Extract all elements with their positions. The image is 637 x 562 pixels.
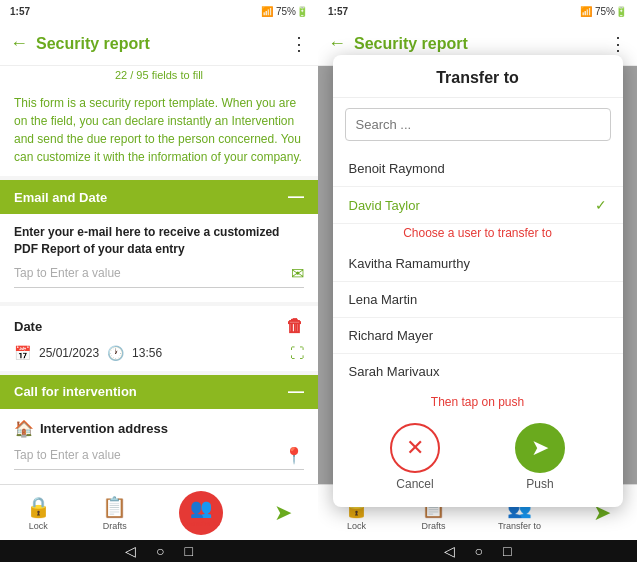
- email-placeholder[interactable]: Tap to Enter a value: [14, 266, 291, 280]
- battery-left: 📶 75%🔋: [261, 6, 308, 17]
- address-label: Intervention address: [40, 421, 168, 436]
- user-item-2[interactable]: Kavitha Ramamurthy: [333, 246, 623, 282]
- email-icon: ✉: [291, 264, 304, 283]
- scroll-content-left: This form is a security report template.…: [0, 84, 318, 484]
- intervention-section-header[interactable]: Call for intervention —: [0, 375, 318, 409]
- network-icons: 📶 75%🔋: [261, 6, 308, 17]
- modal-actions: ✕ Cancel ➤ Push: [333, 419, 623, 491]
- gesture-bar-left: ◁ ○ □: [0, 540, 318, 562]
- check-icon-1: ✓: [595, 197, 607, 213]
- transfer-modal: Transfer to Benoit Raymond David Taylor …: [333, 55, 623, 507]
- lock-label: Lock: [29, 521, 48, 531]
- user-item-4[interactable]: Richard Mayer: [333, 318, 623, 354]
- gesture-home[interactable]: ○: [156, 543, 164, 559]
- search-input[interactable]: [356, 117, 600, 132]
- user-name-2: Kavitha Ramamurthy: [349, 256, 470, 271]
- email-label: Enter your e-mail here to receive a cust…: [14, 224, 304, 258]
- user-name-4: Richard Mayer: [349, 328, 434, 343]
- location-icon: 📍: [284, 446, 304, 465]
- home-icon: 🏠: [14, 419, 34, 438]
- clock-icon: 🕐: [107, 345, 124, 361]
- push-circle[interactable]: ➤: [515, 423, 565, 473]
- time-left: 1:57: [10, 6, 30, 17]
- lock-icon: 🔒: [26, 495, 51, 519]
- cancel-label: Cancel: [396, 477, 433, 491]
- modal-search[interactable]: [345, 108, 611, 141]
- date-value[interactable]: 25/01/2023: [39, 346, 99, 360]
- user-item-0[interactable]: Benoit Raymond: [333, 151, 623, 187]
- modal-overlay: Transfer to Benoit Raymond David Taylor …: [318, 0, 637, 562]
- time-value[interactable]: 13:56: [132, 346, 162, 360]
- progress-text: 22 / 95 fields to fill: [0, 66, 318, 84]
- push-label: Push: [526, 477, 553, 491]
- intervention-section-title: Call for intervention: [14, 384, 137, 399]
- date-fields: 📅 25/01/2023 🕐 13:56 ⛶: [14, 345, 304, 361]
- user-name-5: Sarah Marivaux: [349, 364, 440, 379]
- user-list: Benoit Raymond David Taylor ✓ Choose a u…: [333, 151, 623, 389]
- nav-lock-left[interactable]: 🔒 Lock: [26, 495, 51, 531]
- modal-hint: Choose a user to transfer to: [333, 226, 623, 240]
- cancel-icon: ✕: [406, 435, 424, 461]
- drafts-icon: 📋: [102, 495, 127, 519]
- back-button-left[interactable]: ←: [10, 33, 28, 54]
- date-trash-icon[interactable]: 🗑: [286, 316, 304, 337]
- status-bar-left: 1:57 📶 75%🔋: [0, 0, 318, 22]
- nav-transfer-left[interactable]: 👥 Transfer to: [179, 491, 223, 535]
- drafts-label: Drafts: [103, 521, 127, 531]
- push-button[interactable]: ➤ Push: [515, 423, 565, 491]
- user-item-1[interactable]: David Taylor ✓: [333, 187, 623, 224]
- transfer-label: Transfer to: [182, 519, 220, 528]
- calendar-icon: 📅: [14, 345, 31, 361]
- date-label: Date 🗑: [14, 316, 304, 337]
- intervention-section-minus[interactable]: —: [288, 383, 304, 401]
- email-input-row[interactable]: Tap to Enter a value ✉: [14, 264, 304, 288]
- nav-drafts-left[interactable]: 📋 Drafts: [102, 495, 127, 531]
- gesture-back[interactable]: ◁: [125, 543, 136, 559]
- intro-section: This form is a security report template.…: [0, 84, 318, 176]
- email-section-title: Email and Date: [14, 190, 107, 205]
- transfer-icon: 👥: [190, 497, 212, 519]
- email-section-header[interactable]: Email and Date —: [0, 180, 318, 214]
- intervention-title: 🏠 Intervention address: [14, 419, 304, 438]
- page-title-left: Security report: [36, 35, 290, 53]
- date-label-text: Date: [14, 319, 42, 334]
- user-name-0: Benoit Raymond: [349, 161, 445, 176]
- transfer-circle[interactable]: 👥 Transfer to: [179, 491, 223, 535]
- header-left: ← Security report ⋮: [0, 22, 318, 66]
- modal-title: Transfer to: [333, 55, 623, 98]
- bottom-nav-left: 🔒 Lock 📋 Drafts 👥 Transfer to ➤: [0, 484, 318, 540]
- user-item-3[interactable]: Lena Martin: [333, 282, 623, 318]
- email-form-group: Enter your e-mail here to receive a cust…: [0, 214, 318, 302]
- intro-text: This form is a security report template.…: [14, 94, 304, 166]
- user-name-3: Lena Martin: [349, 292, 418, 307]
- left-phone: 1:57 📶 75%🔋 ← Security report ⋮ 22 / 95 …: [0, 0, 318, 562]
- cancel-circle[interactable]: ✕: [390, 423, 440, 473]
- date-row: Date 🗑 📅 25/01/2023 🕐 13:56 ⛶: [0, 306, 318, 371]
- push-icon: ➤: [531, 435, 549, 461]
- right-phone: 1:57 📶 75%🔋 ← Security report ⋮ Transfer…: [318, 0, 637, 562]
- push-icon: ➤: [274, 500, 292, 526]
- address-placeholder[interactable]: Tap to Enter a value: [14, 448, 284, 462]
- intervention-group: 🏠 Intervention address Tap to Enter a va…: [0, 409, 318, 484]
- more-options-left[interactable]: ⋮: [290, 33, 308, 55]
- nav-push-left[interactable]: ➤: [274, 500, 292, 526]
- gesture-recent[interactable]: □: [185, 543, 193, 559]
- user-name-1: David Taylor: [349, 198, 420, 213]
- user-item-5[interactable]: Sarah Marivaux: [333, 354, 623, 389]
- email-section-minus[interactable]: —: [288, 188, 304, 206]
- cancel-button[interactable]: ✕ Cancel: [390, 423, 440, 491]
- address-input-row[interactable]: Tap to Enter a value 📍: [14, 446, 304, 470]
- expand-icon[interactable]: ⛶: [290, 345, 304, 361]
- modal-then-tap: Then tap on push: [333, 395, 623, 409]
